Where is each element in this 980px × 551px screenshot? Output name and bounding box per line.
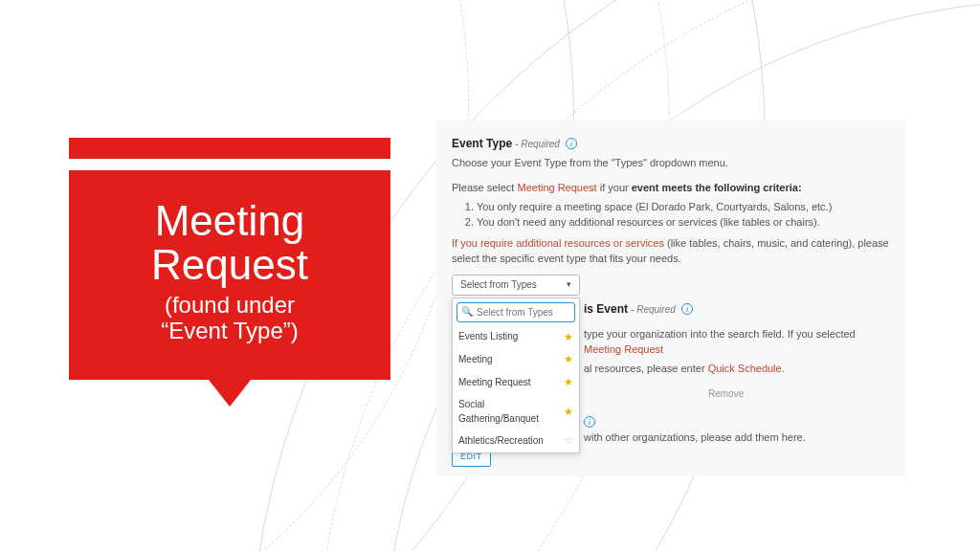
info-icon[interactable]: i <box>584 416 595 428</box>
star-icon[interactable]: ★ <box>564 330 573 345</box>
star-icon[interactable]: ★ <box>564 405 573 420</box>
org-line1-link: Meeting Request <box>584 343 663 355</box>
org-line1-pre: type your organization into the search f… <box>584 328 856 340</box>
callout-title-l1: Meeting <box>155 197 305 244</box>
org-line2-link: Quick Schedule <box>708 363 782 374</box>
callout-card: Meeting Request (found under “Event Type… <box>69 138 390 407</box>
dropdown-item-label: Meeting Request <box>458 376 531 390</box>
org-line2: al resources, please enter Quick Schedul… <box>584 362 890 377</box>
org-section: is Event - Required i type your organiza… <box>584 301 890 446</box>
callout-sub-l2: “Event Type”) <box>161 318 299 343</box>
callout-subtitle: (found under “Event Type”) <box>96 293 364 343</box>
dropdown-item-label: Meeting <box>458 353 493 367</box>
dropdown-item[interactable]: Athletics/Recreation☆ <box>453 430 579 452</box>
star-icon[interactable]: ☆ <box>564 433 573 449</box>
dropdown-item[interactable]: Events Listing★ <box>453 326 579 349</box>
dropdown-item[interactable]: Social Gathering/Banquet★ <box>453 394 579 430</box>
criteria-item: You only require a meeting space (El Dor… <box>477 200 890 215</box>
callout-sub-l1: (found under <box>165 292 295 318</box>
org-line2-post: . <box>782 363 785 374</box>
form-panel: Event Type - Required i Choose your Even… <box>436 121 905 476</box>
org-required: - Required <box>631 304 676 315</box>
criteria-lead: Please select Meeting Request if your ev… <box>452 181 890 196</box>
chevron-down-icon: ▾ <box>567 278 571 291</box>
event-type-dropdown: Select from Types ▾ 🔍 Events Listing★ Me… <box>452 275 890 296</box>
coop-line: with other organizations, please add the… <box>584 431 806 443</box>
callout-body: Meeting Request (found under “Event Type… <box>69 170 390 380</box>
event-type-header-row: Event Type - Required i <box>452 136 890 152</box>
callout-title-l2: Request <box>151 241 308 288</box>
event-type-heading: Event Type <box>452 137 512 150</box>
dropdown-item[interactable]: Meeting★ <box>453 348 579 371</box>
star-icon[interactable]: ★ <box>564 375 573 390</box>
dropdown-search: 🔍 <box>457 302 575 322</box>
dropdown-list[interactable]: Events Listing★ Meeting★ Meeting Request… <box>453 326 579 452</box>
dropdown-search-input[interactable] <box>477 307 570 318</box>
dropdown-item-label: Events Listing <box>458 330 518 344</box>
info-icon[interactable]: i <box>681 303 693 315</box>
org-line1: type your organization into the search f… <box>584 327 890 358</box>
remove-link[interactable]: Remove <box>708 388 744 399</box>
event-type-required: - Required <box>515 139 560 149</box>
event-type-desc: Choose your Event Type from the "Types" … <box>452 156 890 171</box>
org-header-row: is Event - Required i <box>584 301 890 318</box>
criteria-list: You only require a meeting space (El Dor… <box>477 200 890 231</box>
callout-pointer-icon <box>209 380 251 407</box>
org-heading-tail: is Event <box>584 302 628 316</box>
event-type-dropdown-popup: 🔍 Events Listing★ Meeting★ Meeting Reque… <box>452 298 580 453</box>
criteria-lead-link: Meeting Request <box>517 182 596 193</box>
criteria-item: You don't need any additional resources … <box>477 215 890 231</box>
alt-lead: If you require additional resources or s… <box>452 236 890 267</box>
search-icon: 🔍 <box>461 305 473 320</box>
dropdown-trigger-label: Select from Types <box>460 278 537 293</box>
star-icon[interactable]: ★ <box>564 352 573 367</box>
dropdown-item[interactable]: Meeting Request★ <box>453 371 579 394</box>
criteria-lead-pre: Please select <box>452 182 517 193</box>
info-icon[interactable]: i <box>566 138 577 149</box>
alt-lead-red: If you require additional resources or s… <box>452 237 664 249</box>
event-type-dropdown-trigger[interactable]: Select from Types ▾ <box>452 275 580 296</box>
dropdown-item-label: Social Gathering/Banquet <box>458 398 564 426</box>
criteria-lead-post: if your <box>597 182 632 193</box>
coop-row: i with other organizations, please add t… <box>584 415 890 446</box>
dropdown-item-label: Athletics/Recreation <box>458 434 544 449</box>
org-remove-row: Remove <box>584 386 890 402</box>
org-line2-pre: al resources, please enter <box>584 363 708 374</box>
callout-title: Meeting Request <box>96 199 364 287</box>
criteria-lead-bold: event meets the following criteria: <box>632 182 802 193</box>
callout-accent-bar <box>69 138 390 159</box>
